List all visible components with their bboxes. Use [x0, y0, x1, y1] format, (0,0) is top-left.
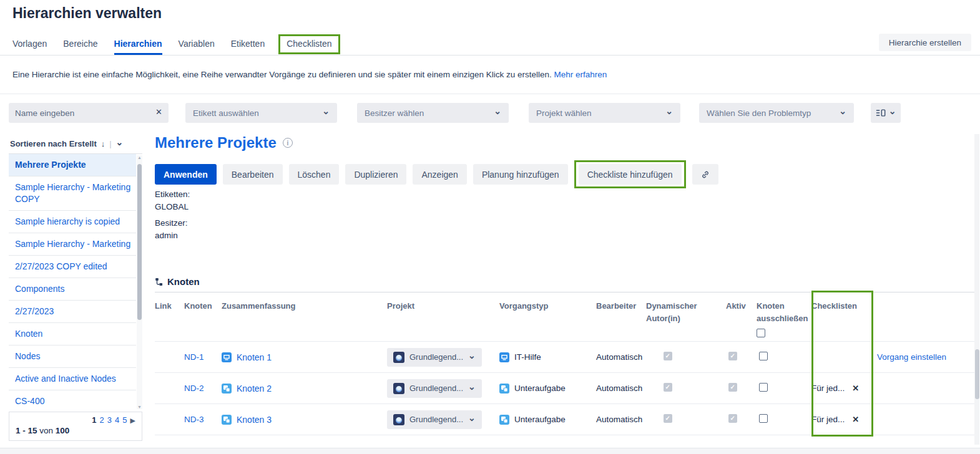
subtask-issue-icon: [222, 384, 232, 394]
action-toolbar: Anwenden Bearbeiten Löschen Duplizieren …: [155, 160, 718, 188]
list-item-selected[interactable]: Mehrere Projekte: [9, 154, 136, 176]
list-item[interactable]: Knoten: [9, 323, 136, 345]
checklist-cell: Für jed...: [811, 404, 877, 435]
sort-chevron-icon[interactable]: [116, 140, 124, 148]
assignee-cell: Automatisch: [596, 404, 646, 435]
next-page-icon[interactable]: [130, 417, 135, 424]
issuetype-filter-select[interactable]: Wählen Sie den Problemtyp: [699, 103, 854, 123]
list-item[interactable]: Nodes: [9, 345, 136, 368]
exclude-checkbox[interactable]: [759, 414, 768, 423]
page-2-link[interactable]: 2: [100, 415, 104, 425]
tab-hierarchien[interactable]: Hierarchien: [114, 35, 162, 55]
project-filter-select[interactable]: Projekt wählen: [529, 103, 680, 123]
apply-button[interactable]: Anwenden: [155, 164, 217, 185]
delete-button[interactable]: Löschen: [289, 164, 340, 185]
sort-header[interactable]: Sortieren nach Erstellt |: [9, 134, 142, 154]
nodes-section-title: Knoten: [167, 276, 200, 287]
add-checklist-highlight: Checkliste hinzufügen: [574, 160, 686, 188]
scroll-up-icon[interactable]: [137, 155, 142, 160]
exclude-checkbox[interactable]: [759, 352, 768, 360]
issue-type-cell: Unteraufgabe: [499, 384, 594, 394]
set-issue-link[interactable]: Vorgang einstellen: [877, 352, 946, 362]
list-item[interactable]: Components: [9, 278, 136, 301]
node-summary-link[interactable]: Knoten 3: [237, 415, 272, 425]
range-values: 1 - 15: [16, 426, 37, 435]
col-assignee: Bearbeiter: [596, 292, 646, 342]
hierarchy-meta: Etiketten: GLOBAL Besitzer: admin: [155, 188, 190, 246]
assignee-cell: Automatisch: [596, 342, 646, 373]
scroll-down-icon[interactable]: [137, 405, 142, 409]
list-item[interactable]: Sample Hierarchy - Marketing: [9, 233, 136, 256]
node-summary-link[interactable]: Knoten 1: [237, 352, 272, 362]
tab-vorlagen[interactable]: Vorlagen: [12, 35, 47, 55]
duplicate-button[interactable]: Duplizieren: [345, 164, 406, 185]
add-checklist-button[interactable]: Checkliste hinzufügen: [579, 164, 682, 185]
tab-variablen[interactable]: Variablen: [179, 35, 215, 55]
show-button[interactable]: Anzeigen: [413, 164, 466, 185]
remove-checklist-icon[interactable]: [852, 384, 859, 393]
tab-bereiche[interactable]: Bereiche: [63, 35, 97, 55]
sidebar-scroll-thumb[interactable]: [137, 164, 142, 320]
active-checkbox[interactable]: [728, 414, 737, 423]
dynamic-author-checkbox[interactable]: [664, 414, 672, 423]
remove-checklist-icon[interactable]: [852, 415, 859, 424]
dynamic-author-checkbox[interactable]: [664, 383, 672, 392]
page-4-link[interactable]: 4: [115, 415, 119, 425]
name-filter: [9, 103, 169, 123]
active-checkbox[interactable]: [728, 383, 737, 392]
link-cell: [155, 342, 184, 373]
owner-value: admin: [155, 229, 190, 242]
name-filter-input[interactable]: [9, 103, 169, 123]
page-1-current[interactable]: 1: [92, 415, 96, 425]
list-item[interactable]: Sample hierarchy is copied: [9, 211, 136, 233]
node-key-link[interactable]: ND-3: [184, 415, 204, 424]
sort-direction-icon[interactable]: [101, 139, 105, 148]
info-icon[interactable]: [283, 138, 293, 148]
col-active: Aktiv: [726, 292, 757, 342]
range-total: 100: [56, 426, 70, 435]
nodes-table-wrap: Link Knoten Zusammenfassung Projekt Vorg…: [155, 292, 975, 435]
link-icon: [701, 170, 710, 180]
project-select[interactable]: Grundlegend...: [387, 348, 482, 367]
owner-filter-select[interactable]: Besitzer wählen: [357, 103, 509, 123]
list-item[interactable]: Active and Inactive Nodes: [9, 368, 136, 390]
project-avatar-icon: [393, 352, 404, 363]
project-select[interactable]: Grundlegend...: [387, 379, 482, 398]
edit-button[interactable]: Bearbeiten: [223, 164, 283, 185]
chevron-down-icon: [468, 384, 476, 393]
sidebar-scrollbar[interactable]: [137, 155, 142, 409]
active-checkbox[interactable]: [728, 352, 737, 360]
list-item[interactable]: 2/27/2023 COPY edited: [9, 256, 136, 278]
exclude-all-checkbox[interactable]: [757, 329, 765, 337]
node-row-nd1: ND-1 Knoten 1 Grundlegend... IT-H: [155, 342, 975, 373]
page-scrollbar[interactable]: [974, 134, 979, 445]
create-hierarchy-button[interactable]: Hierarchie erstellen: [879, 34, 971, 51]
tab-checklisten[interactable]: Checklisten: [287, 39, 331, 49]
copy-link-button[interactable]: [692, 164, 718, 185]
tab-etiketten[interactable]: Etiketten: [231, 35, 265, 55]
owner-filter-placeholder: Besitzer wählen: [365, 109, 424, 118]
learn-more-link[interactable]: Mehr erfahren: [554, 70, 607, 79]
view-toggle-button[interactable]: [871, 103, 901, 123]
page-3-link[interactable]: 3: [107, 415, 112, 425]
project-select[interactable]: Grundlegend...: [387, 410, 482, 429]
clear-name-icon[interactable]: [155, 107, 162, 117]
node-key-link[interactable]: ND-2: [184, 384, 204, 393]
exclude-checkbox[interactable]: [759, 383, 768, 392]
label-filter-select[interactable]: Etikett auswählen: [185, 103, 337, 123]
project-avatar-icon: [393, 414, 404, 425]
list-item[interactable]: 2/27/2023: [9, 301, 136, 323]
hierarchy-list: Mehrere Projekte Sample Hierarchy - Mark…: [9, 154, 142, 412]
sort-divider: |: [109, 139, 111, 148]
list-item[interactable]: Sample Hierarchy - Marketing COPY: [9, 176, 136, 211]
page-5-link[interactable]: 5: [122, 415, 127, 425]
node-summary-link[interactable]: Knoten 2: [237, 384, 272, 394]
add-planning-button[interactable]: Planung hinzufügen: [473, 164, 568, 185]
col-exclude-label: Knoten ausschließen: [757, 301, 808, 323]
list-item[interactable]: CS-400: [9, 390, 136, 412]
col-link: Link: [155, 292, 184, 342]
page-scroll-thumb[interactable]: [975, 349, 979, 399]
project-avatar-icon: [393, 383, 404, 394]
node-key-link[interactable]: ND-1: [184, 352, 204, 362]
dynamic-author-checkbox[interactable]: [664, 352, 672, 360]
